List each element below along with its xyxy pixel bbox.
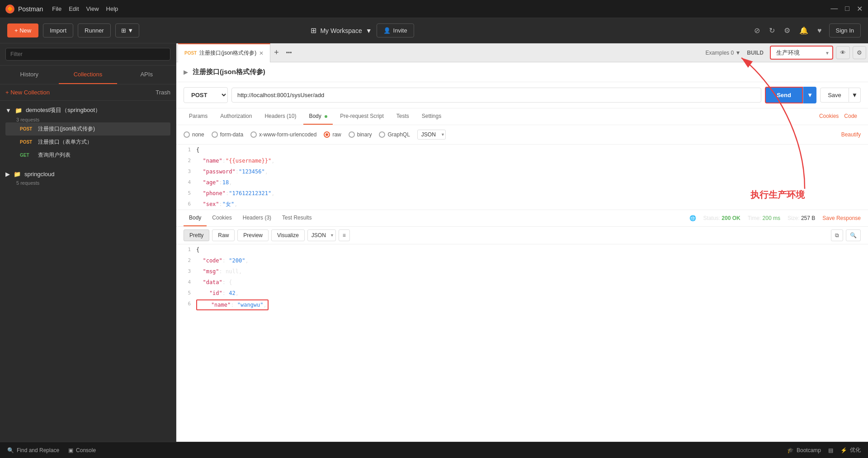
request-tab-0[interactable]: POST 注册接口(json格式传参) ✕ [178,43,270,62]
collection-header-0[interactable]: ▼ 📁 demotest项目（springboot） [5,104,170,116]
resp-visualize-button[interactable]: Visualize [271,229,305,241]
resp-format-select[interactable]: JSON XML HTML [307,229,336,241]
save-dropdown-button[interactable]: ▼ [849,88,861,103]
req-tab-tests[interactable]: Tests [391,108,415,125]
send-dropdown-button[interactable]: ▼ [803,87,816,103]
maximize-button[interactable]: □ [845,5,849,13]
examples-chevron[interactable]: ▼ [735,50,741,56]
trash-button[interactable]: Trash [156,89,170,96]
logo-icon: 🔶 [5,5,14,14]
panel-settings-button[interactable]: ⚙ [853,46,866,59]
body-option-graphql[interactable]: GraphQL [379,131,410,138]
request-name-0-0: 注册接口(json格式传参) [38,125,95,133]
app-title: Postman [18,5,43,13]
resp-search-button[interactable]: 🔍 [846,229,861,241]
tab-history[interactable]: History [0,65,59,84]
req-tab-body[interactable]: Body [303,108,333,125]
code-line-2: 2 "name":"{{username}}", [176,155,868,166]
content-wrapper: POST 注册接口(json格式传参) ✕ + ••• Examples 0 ▼… [176,43,868,442]
resp-tab-test-results[interactable]: Test Results [277,210,317,226]
tab-collections[interactable]: Collections [59,65,118,84]
body-option-urlencoded[interactable]: x-www-form-urlencoded [250,131,316,138]
code-link[interactable]: Code [840,108,861,125]
request-item-0-1[interactable]: POST 注册接口（表单方式） [5,136,170,149]
env-selector[interactable]: 生产环境 开发环境 测试环境 [770,46,833,60]
console-item[interactable]: ▣ Console [68,447,96,453]
workspace-chevron: ▼ [366,27,372,34]
req-tab-prerequest[interactable]: Pre-request Script [335,108,389,125]
save-response-button[interactable]: Save Response [822,215,861,221]
chevron-right-icon: ▶ [5,171,10,178]
new-button[interactable]: + New [7,23,38,37]
tab-add-button[interactable]: + [270,48,283,57]
bootcamp-item[interactable]: 🎓 Bootcamp [787,447,821,453]
menu-file[interactable]: File [52,5,61,12]
tab-method-0: POST [184,51,197,56]
resp-tab-headers[interactable]: Headers (3) [237,210,277,226]
request-item-0-2[interactable]: GET 查询用户列表 [5,149,170,162]
save-button[interactable]: Save [820,88,849,103]
satellite-icon-button[interactable]: ⊘ [752,24,762,37]
env-selector-wrapper: 生产环境 开发环境 测试环境 [770,46,833,60]
eye-button[interactable]: 👁 [836,46,850,59]
close-button[interactable]: ✕ [857,5,863,13]
tab-close-0[interactable]: ✕ [259,50,264,56]
sign-in-button[interactable]: Sign In [829,23,861,37]
req-tab-params[interactable]: Params [184,108,213,125]
invite-icon: 👤 [383,27,391,34]
runner-status-item[interactable]: ▤ [828,447,833,453]
new-collection-button[interactable]: + New Collection [5,89,50,96]
notifications-icon-button[interactable]: 🔔 [797,24,810,37]
cookies-link[interactable]: Cookies [819,108,839,125]
resp-line-3: 3 "msg": null, [176,266,868,277]
expand-icon[interactable]: ▶ [184,69,188,75]
response-body-editor[interactable]: 1 { 2 "code": "200", 3 "msg": null, [176,244,868,327]
console-label: Console [76,447,96,453]
url-input[interactable] [231,88,761,103]
import-button[interactable]: Import [43,23,73,37]
chevron-down-icon: ▼ [5,107,11,114]
invite-button[interactable]: 👤 Invite [377,23,414,37]
resp-pretty-button[interactable]: Pretty [184,229,209,241]
find-replace-item[interactable]: 🔍 Find and Replace [7,447,59,453]
req-tab-authorization[interactable]: Authorization [215,108,257,125]
body-option-none[interactable]: none [184,131,204,138]
beautify-link[interactable]: Beautify [841,131,861,138]
sync-icon-button[interactable]: ↻ [767,24,777,37]
req-tab-headers[interactable]: Headers (10) [259,108,302,125]
runner-button[interactable]: Runner [78,23,111,37]
tab-apis[interactable]: APIs [117,65,176,84]
search-input[interactable] [5,48,170,61]
request-tabs: Params Authorization Headers (10) Body P… [176,108,868,125]
body-option-formdata[interactable]: form-data [212,131,243,138]
resp-copy-button[interactable]: ⧉ [831,229,843,241]
resp-preview-button[interactable]: Preview [237,229,269,241]
body-option-raw[interactable]: raw [324,131,341,138]
req-tab-settings[interactable]: Settings [416,108,447,125]
resp-raw-button[interactable]: Raw [212,229,235,241]
request-item-0-0[interactable]: POST 注册接口(json格式传参) [5,122,170,136]
request-body-editor[interactable]: 1 { 2 "name":"{{username}}", 3 "password… [176,145,868,210]
collection-header-1[interactable]: ▶ 📁 springcloud [5,169,170,179]
send-button[interactable]: Send [765,87,803,103]
body-option-binary[interactable]: binary [349,131,372,138]
body-indicator-dot [325,115,327,118]
resp-filter-icon[interactable]: ≡ [339,229,350,241]
resp-tab-body[interactable]: Body [184,210,207,226]
request-panel: ▶ 注册接口(json格式传参) POST GET PUT DELETE Sen… [176,62,868,442]
heart-icon-button[interactable]: ♥ [816,25,824,37]
settings-icon-button[interactable]: ⚙ [782,24,792,37]
menu-help[interactable]: Help [106,5,118,12]
workspace-icon: ⊞ [311,26,316,35]
method-select[interactable]: POST GET PUT DELETE [184,87,228,103]
notifications-status-item[interactable]: ⚡ 优化 [840,446,861,454]
menu-edit[interactable]: Edit [69,5,79,12]
toolbar-right: ⊘ ↻ ⚙ 🔔 ♥ Sign In [752,23,861,37]
collection-runner-button[interactable]: ⊞ ▼ [115,23,139,37]
resp-tab-cookies[interactable]: Cookies [207,210,237,226]
workspace-button[interactable]: ⊞ My Workspace ▼ [311,26,372,35]
menu-view[interactable]: View [86,5,99,12]
tab-more-button[interactable]: ••• [283,50,296,56]
minimize-button[interactable]: — [830,5,838,13]
json-format-select[interactable]: JSON Text XML [417,130,446,140]
